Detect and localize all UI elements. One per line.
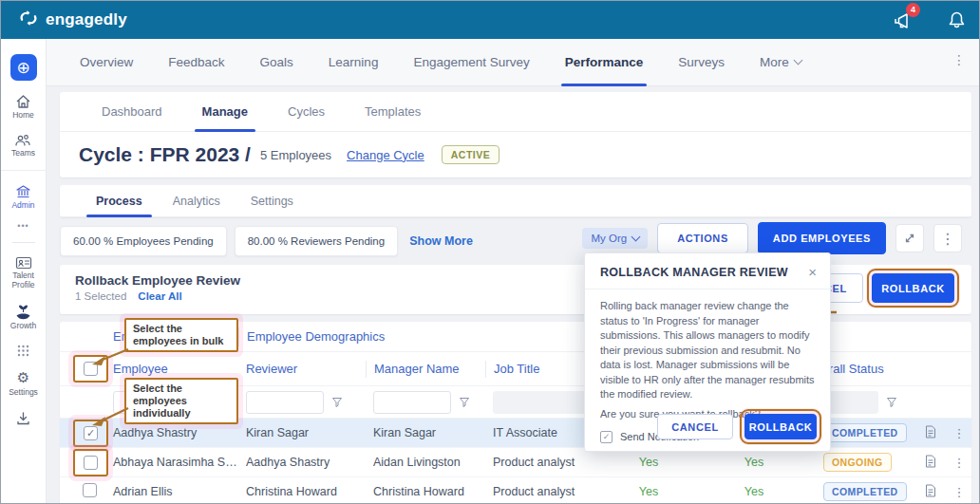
row-kebab-button[interactable]: ⋮	[947, 485, 971, 499]
reviewer-name: Christina Howard	[238, 485, 366, 498]
sidebar-download-button[interactable]	[16, 411, 30, 425]
actions-button[interactable]: ACTIONS	[657, 223, 748, 253]
review-document-icon[interactable]	[925, 425, 936, 439]
sidebar-item-label: Growth	[10, 322, 36, 331]
nav-feedback[interactable]: Feedback	[168, 39, 224, 86]
nav-more[interactable]: More	[760, 39, 801, 86]
stats-toolbar-row: 60.00 % Employees Pending 80.00 % Review…	[60, 217, 971, 265]
tab-templates[interactable]: Templates	[365, 92, 421, 132]
column-header-reviewer[interactable]: Reviewer	[238, 362, 366, 376]
filter-funnel-icon[interactable]	[331, 397, 343, 408]
table-row[interactable]: Abhaya Narasimha Shastr... Aadhya Shastr…	[60, 448, 971, 477]
sidebar-apps-grid-button[interactable]	[17, 345, 29, 357]
manager-name: Christina Howard	[366, 485, 485, 498]
nav-engagement-survey[interactable]: Engagement Survey	[413, 39, 529, 86]
modal-body-text: Rolling back manager review change the s…	[585, 289, 830, 402]
clear-all-link[interactable]: Clear All	[138, 290, 181, 302]
sidebar-item-teams[interactable]: Teams	[11, 134, 35, 159]
modal-title: ROLLBACK MANAGER REVIEW	[600, 266, 788, 279]
sidebar-item-talent-profile[interactable]: Talent Profile	[1, 256, 46, 290]
reviewer-name: Aadhya Shastry	[238, 456, 366, 469]
sidebar-item-label: Talent Profile	[1, 271, 46, 290]
nav-performance[interactable]: Performance	[565, 39, 644, 86]
engagedly-swirl-icon	[18, 8, 39, 32]
job-title: Product analyst	[485, 485, 601, 498]
column-header-manager-name[interactable]: Manager Name	[366, 361, 485, 378]
modal-rollback-button[interactable]: ROLLBACK	[744, 414, 817, 439]
toolbar-kebab-button[interactable]: ⋮	[933, 224, 962, 252]
add-employees-button[interactable]: ADD EMPLOYEES	[758, 222, 886, 254]
send-notification-checkbox[interactable]: ✓	[600, 431, 612, 443]
rollback-manager-review-modal: ROLLBACK MANAGER REVIEW × Rolling back m…	[584, 252, 831, 452]
left-sidebar: ⊕ Home Teams Admin ••• Talent Profile Gr…	[1, 39, 47, 503]
review-document-icon[interactable]	[925, 455, 936, 468]
modal-cancel-button[interactable]: CANCEL	[657, 414, 733, 439]
nav-goals[interactable]: Goals	[260, 39, 293, 86]
chevron-down-icon	[793, 56, 802, 65]
brand-name: engagedly	[46, 10, 127, 29]
row-kebab-button[interactable]: ⋮	[947, 456, 971, 470]
nav-kebab-button[interactable]: ⋮	[952, 52, 966, 67]
sidebar-item-admin[interactable]: Admin	[11, 184, 34, 211]
expand-button[interactable]	[895, 224, 924, 252]
notifications-bell-button[interactable]	[948, 10, 966, 29]
nav-overview[interactable]: Overview	[80, 39, 133, 86]
show-more-link[interactable]: Show More	[409, 234, 473, 248]
stat-employees-pending: 60.00 % Employees Pending	[60, 226, 227, 256]
employee-count: 5 Employees	[260, 148, 331, 162]
annotation-individual-select: Select the employees individually	[124, 378, 238, 424]
reviewer-name: Kiran Sagar	[238, 426, 366, 439]
main-navigation: Overview Feedback Goals Learning Engagem…	[47, 39, 979, 86]
row-kebab-button[interactable]: ⋮	[947, 426, 971, 440]
sidebar-item-label: Settings	[9, 388, 38, 398]
tab-cycles[interactable]: Cycles	[288, 92, 325, 132]
tab-process[interactable]: Process	[96, 185, 142, 217]
row-checkbox[interactable]	[83, 483, 97, 497]
reviewer-filter-input[interactable]	[246, 391, 324, 414]
rollback-bar-rollback-button[interactable]: ROLLBACK	[872, 273, 954, 303]
tab-analytics[interactable]: Analytics	[173, 185, 220, 217]
app-window: engagedly 4 ⊕ Home Teams Admin •••	[0, 0, 980, 504]
status-badge: ONGOING	[823, 453, 892, 472]
annotation-arrow	[88, 346, 130, 367]
filter-funnel-icon[interactable]	[886, 397, 897, 408]
teams-icon	[14, 134, 31, 147]
tab-dashboard[interactable]: Dashboard	[102, 92, 162, 132]
create-button[interactable]: ⊕	[10, 54, 37, 81]
employee-name: Adrian Ellis	[105, 485, 238, 498]
growth-plant-icon	[14, 304, 32, 320]
cycle-status-badge: ACTIVE	[442, 145, 500, 164]
review-document-icon[interactable]	[925, 484, 936, 497]
sidebar-item-settings[interactable]: ⚙ Settings	[9, 370, 38, 398]
expand-arrows-icon	[903, 232, 916, 245]
process-tabs: Process Analytics Settings	[60, 185, 971, 217]
change-cycle-link[interactable]: Change Cycle	[347, 148, 424, 162]
tab-manage[interactable]: Manage	[202, 92, 248, 132]
announcements-button[interactable]: 4	[894, 11, 914, 29]
filter-funnel-icon[interactable]	[459, 397, 470, 408]
sidebar-item-label: Home	[12, 111, 34, 121]
sidebar-more-button[interactable]: •••	[17, 221, 28, 231]
sidebar-item-label: Teams	[11, 149, 35, 159]
job-title: Product analyst	[485, 456, 601, 469]
sidebar-item-growth[interactable]: Growth	[10, 304, 36, 331]
table-row[interactable]: Adrian Ellis Christina Howard Christina …	[60, 477, 971, 504]
performance-header-card: Dashboard Manage Cycles Templates Cycle …	[60, 92, 971, 177]
brand-logo[interactable]: engagedly	[18, 8, 127, 32]
performance-subtabs: Dashboard Manage Cycles Templates	[60, 92, 971, 132]
flag-yes: Yes	[696, 456, 812, 469]
close-icon[interactable]: ×	[808, 265, 817, 279]
nav-learning[interactable]: Learning	[329, 39, 379, 86]
download-icon	[16, 411, 30, 425]
manager-name: Kiran Sagar	[366, 426, 485, 439]
nav-surveys[interactable]: Surveys	[678, 39, 725, 86]
sidebar-item-home[interactable]: Home	[12, 94, 34, 121]
row-checkbox-highlight	[73, 449, 108, 476]
announcement-count-badge: 4	[906, 3, 920, 17]
row-checkbox[interactable]	[84, 456, 98, 470]
top-bar: engagedly 4	[1, 1, 979, 39]
scope-dropdown[interactable]: My Org	[582, 228, 648, 249]
employee-name: Aadhya Shastry	[105, 426, 238, 439]
tab-settings[interactable]: Settings	[251, 185, 293, 217]
manager-filter-input[interactable]	[373, 391, 451, 414]
